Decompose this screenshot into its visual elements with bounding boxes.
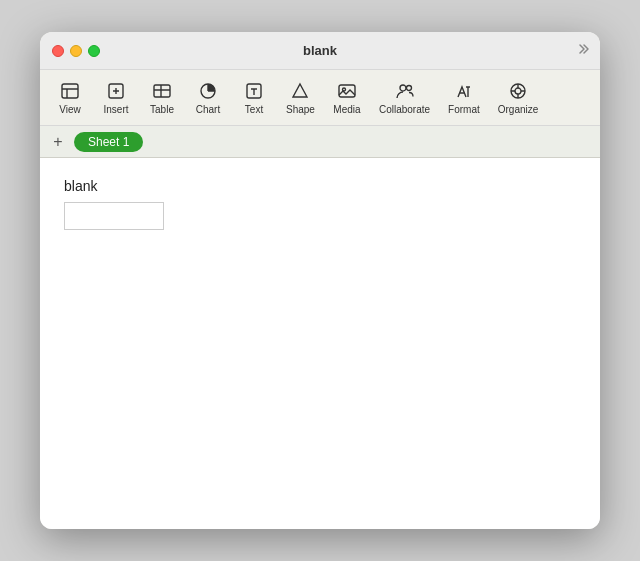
svg-rect-6	[154, 85, 170, 97]
media-label: Media	[333, 104, 360, 115]
shape-label: Shape	[286, 104, 315, 115]
insert-icon	[105, 80, 127, 102]
collaborate-icon	[394, 80, 416, 102]
toolbar-item-format[interactable]: Format	[440, 76, 488, 119]
svg-rect-0	[62, 84, 78, 98]
chart-icon	[197, 80, 219, 102]
toolbar-item-table[interactable]: Table	[140, 76, 184, 119]
traffic-lights	[40, 45, 100, 57]
spreadsheet-cell[interactable]	[64, 202, 164, 230]
app-window: blank View	[40, 32, 600, 529]
format-label: Format	[448, 104, 480, 115]
format-icon	[453, 80, 475, 102]
add-sheet-button[interactable]: +	[48, 132, 68, 152]
toolbar-item-media[interactable]: Media	[325, 76, 369, 119]
document-title: blank	[64, 178, 576, 194]
svg-rect-15	[339, 85, 355, 97]
content-area: blank	[40, 158, 600, 529]
more-icon[interactable]	[574, 41, 590, 60]
shape-icon	[289, 80, 311, 102]
svg-point-23	[515, 88, 521, 94]
organize-label: Organize	[498, 104, 539, 115]
svg-point-18	[406, 86, 411, 91]
toolbar-item-view[interactable]: View	[48, 76, 92, 119]
tabs-bar: + Sheet 1	[40, 126, 600, 158]
toolbar: View Insert Table	[40, 70, 600, 126]
table-label: Table	[150, 104, 174, 115]
minimize-button[interactable]	[70, 45, 82, 57]
window-title: blank	[303, 43, 337, 58]
toolbar-item-shape[interactable]: Shape	[278, 76, 323, 119]
toolbar-item-insert[interactable]: Insert	[94, 76, 138, 119]
table-icon	[151, 80, 173, 102]
text-label: Text	[245, 104, 263, 115]
insert-label: Insert	[103, 104, 128, 115]
chart-label: Chart	[196, 104, 220, 115]
toolbar-item-text[interactable]: Text	[232, 76, 276, 119]
svg-point-17	[400, 85, 406, 91]
title-bar: blank	[40, 32, 600, 70]
close-button[interactable]	[52, 45, 64, 57]
toolbar-item-chart[interactable]: Chart	[186, 76, 230, 119]
media-icon	[336, 80, 358, 102]
view-icon	[59, 80, 81, 102]
collaborate-label: Collaborate	[379, 104, 430, 115]
organize-icon	[507, 80, 529, 102]
sheet-tab-1[interactable]: Sheet 1	[74, 132, 143, 152]
toolbar-item-collaborate[interactable]: Collaborate	[371, 76, 438, 119]
toolbar-item-organize[interactable]: Organize	[490, 76, 547, 119]
view-label: View	[59, 104, 81, 115]
maximize-button[interactable]	[88, 45, 100, 57]
text-icon	[243, 80, 265, 102]
